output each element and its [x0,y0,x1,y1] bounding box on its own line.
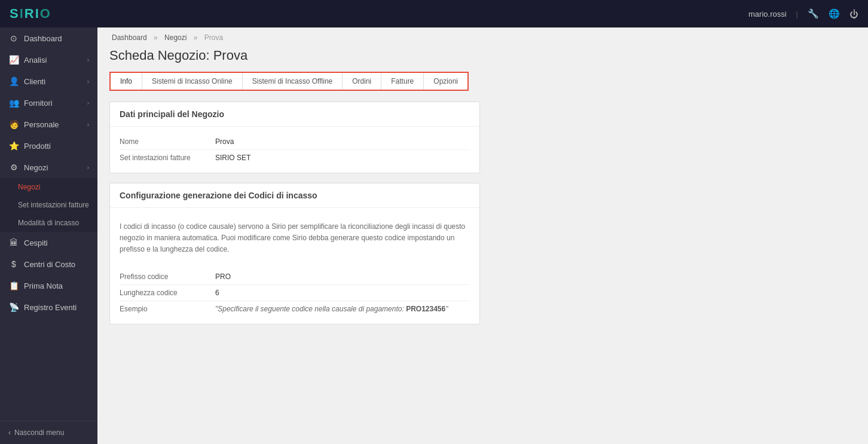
topnav-right: mario.rossi | 🔧 🌐 ⏻ [748,8,858,19]
sidebar-item-fornitori[interactable]: 👥 Fornitori › [0,92,97,114]
sidebar-sub-negozi[interactable]: Negozi [0,178,97,196]
chevron-right-icon: › [87,78,89,85]
registro-eventi-icon: 📡 [8,302,19,312]
chevron-right-icon: › [87,57,89,63]
power-icon[interactable]: ⏻ [849,9,858,19]
sidebar-sub-label: Modalità di incasso [18,219,79,227]
sidebar-sub-label: Negozi [18,183,40,191]
chevron-right-icon: › [87,164,89,171]
main-content: Dashboard » Negozi » Prova Scheda Negozi… [97,27,868,444]
tab-sistemi-incasso-offline[interactable]: Sistemi di Incasso Offline [243,73,343,90]
sidebar-item-label: Prodotti [24,142,51,151]
card-dati-principali: Dati principali del Negozio Nome Prova S… [109,102,480,173]
info-label-set-intestazioni: Set intestazioni fatture [120,154,215,162]
sidebar-item-label: Cespiti [24,238,48,247]
info-label-prefisso: Prefisso codice [120,272,215,281]
tab-fatture[interactable]: Fatture [381,73,424,90]
sidebar-item-label: Dashboard [24,34,62,43]
sidebar-item-centri-costo[interactable]: $ Centri di Costo [0,253,97,275]
breadcrumb: Dashboard » Negozi » Prova [97,27,868,48]
topnav-divider: | [796,10,798,19]
clienti-icon: 👤 [8,76,19,86]
card-dati-principali-title: Dati principali del Negozio [110,102,479,127]
configurazione-description: I codici di incasso (o codice causale) s… [120,215,470,262]
globe-icon[interactable]: 🌐 [829,8,840,19]
sidebar-item-label: Clienti [24,77,45,86]
info-row-nome: Nome Prova [120,134,470,150]
cespiti-icon: 🏛 [8,238,19,247]
layout: ⊙ Dashboard 📈 Analisi › 👤 Clienti › 👥 Fo… [0,27,868,444]
info-label-esempio: Esempio [120,305,215,313]
card-configurazione: Configurazione generazione dei Codici di… [109,183,480,324]
chevron-left-icon: ‹ [8,428,11,437]
sidebar-item-label: Negozi [24,163,48,172]
hide-menu-label: Nascondi menu [14,428,64,437]
info-label-nome: Nome [120,137,215,146]
info-row-prefisso: Prefisso codice PRO [120,269,470,285]
sidebar-item-registro-eventi[interactable]: 📡 Registro Eventi [0,296,97,318]
personale-icon: 🧑 [8,120,19,129]
sidebar-item-cespiti[interactable]: 🏛 Cespiti [0,232,97,253]
logo: SIRIO [10,6,51,22]
sidebar-item-clienti[interactable]: 👤 Clienti › [0,71,97,92]
sidebar-item-label: Analisi [24,56,47,65]
info-value-nome: Prova [215,137,234,146]
info-value-lunghezza: 6 [215,289,219,297]
sidebar: ⊙ Dashboard 📈 Analisi › 👤 Clienti › 👥 Fo… [0,27,97,444]
info-row-set-intestazioni: Set intestazioni fatture SIRIO SET [120,150,470,166]
tab-opzioni[interactable]: Opzioni [424,73,467,90]
sidebar-item-prima-nota[interactable]: 📋 Prima Nota [0,275,97,296]
negozi-icon: ⚙ [8,163,19,172]
breadcrumb-dashboard[interactable]: Dashboard [112,33,147,42]
sidebar-item-label: Prima Nota [24,281,63,290]
topnav: SIRIO mario.rossi | 🔧 🌐 ⏻ [0,0,868,27]
info-value-esempio: "Specificare il seguente codice nella ca… [215,305,448,313]
wrench-icon[interactable]: 🔧 [808,8,819,19]
tabs-container: Info Sistemi di Incasso Online Sistemi d… [109,72,469,91]
sidebar-sub-modalita-incasso[interactable]: Modalità di incasso [0,214,97,232]
dashboard-icon: ⊙ [8,33,19,43]
card-configurazione-body: I codici di incasso (o codice causale) s… [110,208,479,324]
tab-info[interactable]: Info [111,73,142,90]
card-dati-principali-body: Nome Prova Set intestazioni fatture SIRI… [110,127,479,173]
breadcrumb-negozi[interactable]: Negozi [164,33,187,42]
sidebar-item-negozi[interactable]: ⚙ Negozi › [0,157,97,178]
centri-costo-icon: $ [8,259,19,269]
page-title: Scheda Negozio: Prova [109,48,856,63]
fornitori-icon: 👥 [8,98,19,108]
tab-ordini[interactable]: Ordini [343,73,381,90]
tab-sistemi-incasso-online[interactable]: Sistemi di Incasso Online [142,73,243,90]
info-value-prefisso: PRO [215,272,231,281]
info-row-lunghezza: Lunghezza codice 6 [120,285,470,301]
sidebar-item-dashboard[interactable]: ⊙ Dashboard [0,27,97,49]
sidebar-item-label: Registro Eventi [24,303,77,312]
prima-nota-icon: 📋 [8,281,19,290]
chevron-right-icon: › [87,100,89,106]
sidebar-sub-label: Set intestazioni fatture [18,201,89,209]
sidebar-sub-set-intestazioni[interactable]: Set intestazioni fatture [0,196,97,214]
chevron-right-icon: › [87,121,89,128]
breadcrumb-prova: Prova [204,33,223,42]
sidebar-item-personale[interactable]: 🧑 Personale › [0,114,97,135]
sidebar-item-label: Centri di Costo [24,260,75,269]
sidebar-item-label: Personale [24,120,59,129]
info-value-set-intestazioni: SIRIO SET [215,154,250,162]
hide-menu-button[interactable]: ‹ Nascondi menu [0,421,97,444]
topnav-user: mario.rossi [748,10,787,19]
breadcrumb-sep1: » [154,33,160,42]
page-content: Scheda Negozio: Prova Info Sistemi di In… [97,48,868,346]
analisi-icon: 📈 [8,55,19,65]
breadcrumb-sep2: » [194,33,200,42]
info-label-lunghezza: Lunghezza codice [120,289,215,297]
prodotti-icon: ⭐ [8,141,19,151]
card-configurazione-title: Configurazione generazione dei Codici di… [110,183,479,208]
info-row-esempio: Esempio "Specificare il seguente codice … [120,301,470,317]
sidebar-item-label: Fornitori [24,99,53,108]
sidebar-item-prodotti[interactable]: ⭐ Prodotti [0,135,97,157]
sidebar-item-analisi[interactable]: 📈 Analisi › [0,49,97,71]
